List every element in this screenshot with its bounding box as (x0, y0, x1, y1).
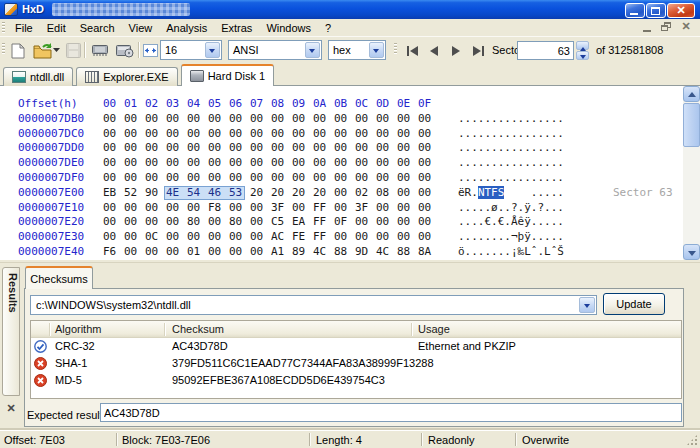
hex-byte[interactable]: FF (313, 230, 334, 245)
hex-byte[interactable]: 00 (418, 112, 439, 127)
hex-byte[interactable]: 00 (229, 201, 250, 216)
hex-byte[interactable]: 02 (355, 186, 376, 201)
hex-byte[interactable]: 00 (334, 186, 355, 201)
title-bar[interactable]: HxD ✕ (0, 0, 700, 19)
hex-byte[interactable]: 00 (376, 230, 397, 245)
hex-byte[interactable]: 00 (397, 186, 418, 201)
scroll-down-button[interactable] (683, 244, 700, 260)
results-side-tab[interactable]: Results (2, 267, 20, 396)
hex-byte[interactable]: 00 (355, 156, 376, 171)
app-icon[interactable] (4, 3, 18, 16)
hex-byte[interactable]: 00 (250, 215, 271, 230)
hex-byte[interactable]: 00 (418, 127, 439, 142)
hex-byte[interactable]: 00 (376, 156, 397, 171)
hex-byte[interactable]: 08 (376, 186, 397, 201)
hex-byte[interactable]: 00 (292, 112, 313, 127)
hex-byte[interactable]: 00 (166, 156, 187, 171)
tab-ntdll-dll[interactable]: ntdll.dll (3, 67, 73, 86)
hex-byte[interactable]: 00 (292, 141, 313, 156)
hex-byte[interactable]: 00 (145, 141, 166, 156)
hex-byte[interactable]: 00 (292, 127, 313, 142)
hex-byte[interactable]: 00 (376, 127, 397, 142)
hex-byte[interactable]: 00 (313, 141, 334, 156)
expected-result-input[interactable] (100, 403, 682, 422)
hex-byte[interactable]: 00 (187, 156, 208, 171)
hex-byte[interactable]: 00 (187, 171, 208, 186)
hex-byte[interactable]: 00 (124, 127, 145, 142)
hex-byte[interactable]: F8 (208, 201, 229, 216)
hex-byte[interactable]: AC (271, 230, 292, 245)
toolbar-grip[interactable] (394, 43, 397, 54)
hex-byte[interactable]: 4C (376, 245, 397, 260)
hex-byte[interactable]: 54 (187, 186, 208, 201)
hex-byte[interactable]: 20 (313, 186, 334, 201)
sector-input[interactable] (517, 41, 574, 60)
hex-byte[interactable]: 00 (208, 215, 229, 230)
hex-byte[interactable]: 00 (376, 141, 397, 156)
hex-byte[interactable]: 00 (187, 141, 208, 156)
hex-byte[interactable]: 00 (124, 112, 145, 127)
hex-byte[interactable]: A1 (271, 245, 292, 260)
update-button[interactable]: Update (603, 293, 665, 315)
hex-ascii[interactable]: ........¬þÿ..... (458, 230, 564, 245)
hex-byte[interactable]: 46 (208, 186, 229, 201)
hex-byte[interactable]: 00 (397, 230, 418, 245)
mdi-restore-button[interactable] (658, 21, 674, 34)
hex-byte[interactable]: 00 (418, 230, 439, 245)
hex-byte[interactable]: 00 (166, 230, 187, 245)
hex-byte[interactable]: FF (313, 215, 334, 230)
hex-ascii[interactable]: ................ (458, 127, 564, 142)
hex-byte[interactable]: 00 (187, 201, 208, 216)
hex-byte[interactable]: 00 (376, 215, 397, 230)
hex-byte[interactable]: 00 (124, 141, 145, 156)
menu-item-extras[interactable]: Extras (214, 21, 259, 35)
combo-dropdown-button[interactable] (205, 42, 220, 58)
hex-byte[interactable]: 00 (250, 141, 271, 156)
hex-byte[interactable]: 89 (292, 245, 313, 260)
hex-byte[interactable]: 00 (418, 156, 439, 171)
hex-byte[interactable]: 52 (124, 186, 145, 201)
hex-byte[interactable]: 00 (397, 215, 418, 230)
hex-byte[interactable]: 3F (355, 201, 376, 216)
hex-byte[interactable]: 00 (397, 127, 418, 142)
hex-byte[interactable]: 00 (271, 141, 292, 156)
column-header-checksum[interactable]: Checksum (172, 323, 224, 335)
hex-byte[interactable]: 00 (250, 201, 271, 216)
hex-byte[interactable]: 00 (397, 156, 418, 171)
hex-ascii[interactable]: ................ (458, 141, 564, 156)
hex-byte[interactable]: 00 (313, 112, 334, 127)
menu-item-search[interactable]: Search (73, 21, 122, 35)
hex-ascii[interactable]: ................ (458, 112, 564, 127)
hex-byte[interactable]: 00 (145, 156, 166, 171)
hex-byte[interactable]: 00 (208, 245, 229, 260)
hex-byte[interactable]: 20 (271, 186, 292, 201)
hex-byte[interactable]: 00 (250, 127, 271, 142)
hex-byte[interactable]: 00 (334, 171, 355, 186)
hex-byte[interactable]: 00 (145, 127, 166, 142)
menu-item-file[interactable]: File (8, 21, 40, 35)
hex-byte[interactable]: 00 (124, 245, 145, 260)
hex-byte[interactable]: 00 (355, 215, 376, 230)
hex-byte[interactable]: 00 (418, 186, 439, 201)
hex-byte[interactable]: 00 (103, 141, 124, 156)
hex-byte[interactable]: 00 (355, 230, 376, 245)
hex-byte[interactable]: 00 (355, 141, 376, 156)
bytes-per-row-icon-button[interactable] (141, 40, 159, 61)
nav-first-button[interactable] (402, 41, 422, 60)
hex-byte[interactable]: 00 (418, 201, 439, 216)
hex-byte[interactable]: 00 (334, 201, 355, 216)
menu-item-edit[interactable]: Edit (40, 21, 73, 35)
hex-byte[interactable]: 00 (166, 141, 187, 156)
hex-byte[interactable]: 00 (208, 171, 229, 186)
hex-byte[interactable]: 00 (376, 112, 397, 127)
hex-byte[interactable]: 00 (229, 141, 250, 156)
hex-byte[interactable]: 00 (376, 171, 397, 186)
hex-byte[interactable]: 80 (229, 215, 250, 230)
hex-byte[interactable]: 00 (292, 156, 313, 171)
hex-byte[interactable]: 01 (187, 245, 208, 260)
hex-ascii[interactable]: ö.......¡‰Lˆ.LˆŠ (458, 245, 564, 260)
hex-byte[interactable]: 00 (250, 245, 271, 260)
hex-byte[interactable]: FE (292, 230, 313, 245)
hex-byte[interactable]: 00 (229, 230, 250, 245)
hex-byte[interactable]: C5 (271, 215, 292, 230)
